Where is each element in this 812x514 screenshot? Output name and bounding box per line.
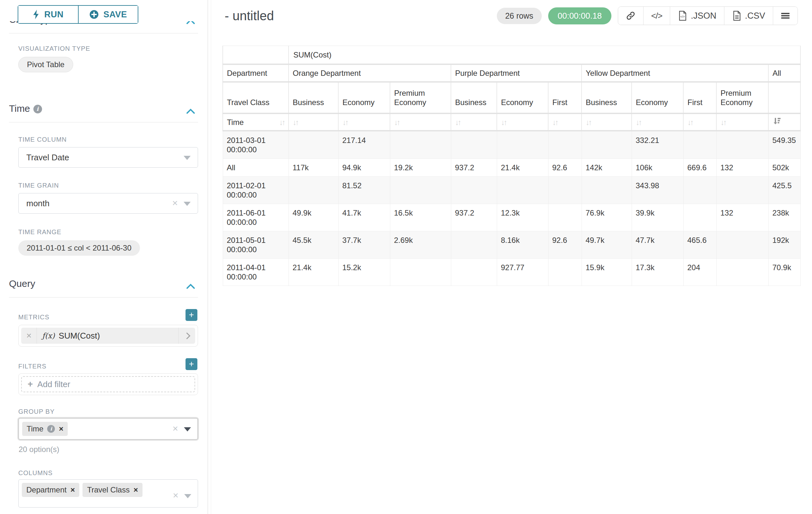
sort-icon[interactable]: ↓↑ <box>552 118 557 127</box>
sort-desc-icon[interactable] <box>773 117 781 125</box>
pivot-cell <box>716 177 768 204</box>
remove-chip-icon[interactable]: × <box>59 424 63 433</box>
pivot-cell: 8.16k <box>497 231 548 259</box>
pivot-sort-cell: ↓↑ <box>548 113 582 131</box>
pivot-row-label: 2011-03-01 00:00:00 <box>223 131 289 159</box>
sort-icon[interactable]: ↓↑ <box>586 118 591 127</box>
export-csv-button[interactable]: .CSV <box>724 7 773 25</box>
add-metric-button[interactable]: + <box>185 309 197 321</box>
row-count-badge: 26 rows <box>497 8 542 24</box>
pivot-cell <box>390 177 451 204</box>
section-divider <box>9 122 198 123</box>
query-section-heading[interactable]: Query <box>9 278 198 289</box>
pivot-cell: 927.77 <box>497 259 548 286</box>
chevron-down-icon[interactable] <box>183 156 191 160</box>
sort-icon[interactable]: ↓↑ <box>394 118 399 127</box>
visualization-type-value[interactable]: Pivot Table <box>18 57 73 72</box>
metric-chip-body[interactable]: ƒ(x) SUM(Cost) <box>37 328 178 344</box>
pivot-department-header: Yellow Department <box>582 64 768 82</box>
pivot-row-label: 2011-06-01 00:00:00 <box>223 204 289 231</box>
pivot-cell: 343.98 <box>632 177 683 204</box>
pivot-department-header: Orange Department <box>289 64 451 82</box>
pivot-cell <box>548 259 582 286</box>
remove-chip-icon[interactable]: × <box>134 485 138 494</box>
run-button[interactable]: RUN <box>18 6 78 23</box>
menu-button[interactable] <box>773 7 798 25</box>
save-button-label: SAVE <box>103 10 127 20</box>
svg-text:</>: </> <box>680 15 685 18</box>
pivot-cell: 76.9k <box>582 204 632 231</box>
pivot-cell <box>548 131 582 159</box>
pivot-sort-cell: ↓↑ <box>451 113 497 131</box>
query-heading-label: Query <box>9 278 35 289</box>
clear-icon[interactable]: × <box>172 197 178 209</box>
sort-icon[interactable]: ↓↑ <box>721 118 726 127</box>
view-query-button[interactable]: </> <box>643 7 670 25</box>
group-by-select[interactable]: Time i × × <box>18 418 198 440</box>
pivot-corner-cell <box>223 46 289 64</box>
pivot-cell: 12.3k <box>497 204 548 231</box>
columns-chip-travel-class[interactable]: Travel Class × <box>83 483 142 497</box>
pivot-cell: 132 <box>716 204 768 231</box>
sort-icon[interactable]: ↓↑ <box>279 117 284 127</box>
time-grain-label: TIME GRAIN <box>18 182 198 189</box>
filters-control: + Add filter <box>18 373 198 395</box>
add-filter-button[interactable]: + Add filter <box>21 376 195 392</box>
chevron-up-icon[interactable] <box>186 106 196 117</box>
metrics-control: × ƒ(x) SUM(Cost) <box>18 325 198 347</box>
pivot-cell: 16.5k <box>390 204 451 231</box>
expand-metric-icon[interactable] <box>178 328 195 344</box>
chevron-up-icon[interactable] <box>186 281 196 292</box>
pivot-cell: 92.6 <box>548 159 582 177</box>
chevron-down-icon[interactable] <box>184 427 191 431</box>
pivot-cell: 70.9k <box>768 259 801 286</box>
export-json-label: .JSON <box>691 11 716 21</box>
add-filter-plus-button[interactable]: + <box>185 358 197 370</box>
code-icon: </> <box>651 11 662 21</box>
pivot-sort-cell <box>768 113 801 131</box>
visualization-type-label: VISUALIZATION TYPE <box>18 45 198 52</box>
pivot-travel-class-header: Business <box>582 82 632 113</box>
sort-icon[interactable]: ↓↑ <box>688 118 693 127</box>
pivot-department-header: Purple Department <box>451 64 582 82</box>
time-column-select[interactable]: Travel Date <box>18 147 198 168</box>
sort-icon[interactable]: ↓↑ <box>636 118 641 127</box>
time-grain-select[interactable]: month × <box>18 193 198 214</box>
pivot-cell <box>716 131 768 159</box>
clear-icon[interactable]: × <box>172 423 178 434</box>
chevron-down-icon[interactable] <box>184 494 191 498</box>
pivot-cell <box>390 259 451 286</box>
pivot-row-label: 2011-05-01 00:00:00 <box>223 231 289 259</box>
metric-chip[interactable]: × ƒ(x) SUM(Cost) <box>21 328 195 344</box>
chevron-down-icon[interactable] <box>183 202 191 206</box>
row-dimension-label: Time <box>227 117 243 127</box>
pivot-cell: 19.2k <box>390 159 451 177</box>
short-link-button[interactable] <box>618 7 643 25</box>
pivot-data-row: 2011-05-01 00:00:0045.5k37.7k2.69k8.16k9… <box>223 231 801 259</box>
columns-select[interactable]: Department × Travel Class × × <box>18 479 198 508</box>
pivot-cell <box>582 131 632 159</box>
sort-icon[interactable]: ↓↑ <box>455 118 460 127</box>
remove-chip-icon[interactable]: × <box>70 485 75 494</box>
remove-metric-icon[interactable]: × <box>21 328 37 344</box>
sort-icon[interactable]: ↓↑ <box>343 118 348 127</box>
pivot-cell: 37.7k <box>338 231 390 259</box>
group-by-chip-time[interactable]: Time i × <box>22 422 68 436</box>
group-by-label: GROUP BY <box>18 408 198 415</box>
export-json-button[interactable]: </> .JSON <box>670 7 724 25</box>
columns-chip-department[interactable]: Department × <box>22 483 79 497</box>
pivot-table: SUM(Cost)DepartmentOrange DepartmentPurp… <box>223 46 801 286</box>
sort-icon[interactable]: ↓↑ <box>501 118 506 127</box>
chart-title[interactable]: - untitled <box>225 9 274 23</box>
save-button[interactable]: SAVE <box>78 6 138 23</box>
pivot-sort-cell: ↓↑ <box>390 113 451 131</box>
sort-icon[interactable]: ↓↑ <box>293 118 298 127</box>
clear-icon[interactable]: × <box>173 490 178 501</box>
time-range-value[interactable]: 2011-01-01 ≤ col < 2011-06-30 <box>18 240 140 256</box>
pivot-travel-class-header: First <box>548 82 582 113</box>
time-section-heading[interactable]: Timei <box>9 103 198 114</box>
link-icon <box>626 11 636 21</box>
pivot-cell <box>683 177 716 204</box>
pivot-cell: 21.4k <box>497 159 548 177</box>
pivot-sort-cell: ↓↑ <box>582 113 632 131</box>
